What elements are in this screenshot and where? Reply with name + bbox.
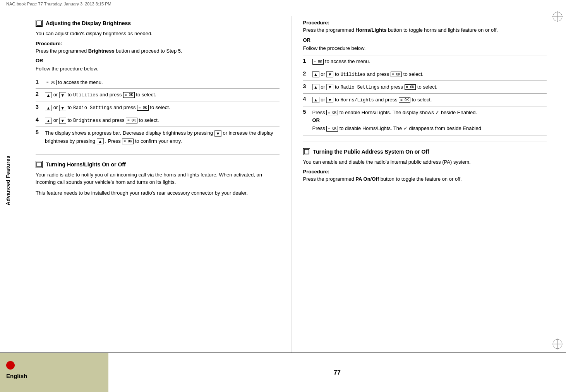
right-follow: Follow the procedure below.: [303, 45, 547, 52]
step5-text1: The display shows a progress bar. Decrea…: [45, 130, 214, 136]
step3-up-btn: ▲: [45, 105, 52, 111]
step-row-2: 2 ▲ or ▼ to Utilities and press ≡ OK to …: [36, 89, 280, 101]
right-step5-text1: Press: [312, 110, 327, 115]
right-step-row-5: 5 Press ≡ OK to enable Horns/Lights. The…: [303, 106, 547, 135]
right-step2-ok-btn: ≡ OK: [391, 72, 402, 77]
columns: Adjusting the Display Brightness You can…: [16, 8, 566, 353]
section1-follow: Follow the procedure below.: [36, 65, 280, 73]
step2-num: 2: [36, 89, 43, 101]
step3-press: and press: [113, 104, 137, 110]
right-step3-down-btn: ▼: [326, 84, 333, 90]
svg-rect-13: [304, 149, 309, 154]
right-step2-press: and press: [367, 71, 391, 77]
right-step-row-1: 1 ≡ OK to access the menu.: [303, 55, 547, 68]
step5-text3: . Press: [105, 138, 122, 144]
right-step4-up-btn: ▲: [312, 97, 319, 103]
section1-procedure-text: Press the programmed Brightness button a…: [36, 47, 280, 55]
right-step4-press: and press: [375, 97, 399, 103]
left-column: Adjusting the Display Brightness You can…: [16, 16, 292, 353]
step2-ok-btn: ≡ OK: [123, 92, 135, 98]
right-step2-mono: Utilities: [340, 72, 365, 77]
right-step4-num: 4: [303, 93, 311, 106]
right-step2-to: to: [335, 71, 340, 77]
right-column: Procedure: Press the programmed Horns/Li…: [292, 16, 566, 353]
right-step4-down-btn: ▼: [326, 97, 333, 103]
section1-intro: You can adjust radio's display brightnes…: [36, 30, 280, 38]
section1-steps-table: 1 ≡ OK to access the menu. 2 ▲ or: [36, 76, 280, 148]
step4-select: to select.: [139, 117, 159, 123]
step3-select: to select.: [150, 104, 170, 110]
right-section2-heading: Turning the Public Address System On or …: [303, 148, 547, 155]
right-step5-or: OR: [312, 117, 320, 123]
step1-ok-btn: ≡ OK: [45, 80, 57, 86]
section2-icon: [36, 161, 43, 168]
right-step3-num: 3: [303, 80, 311, 93]
right-step2-content: ▲ or ▼ to Utilities and press ≡ OK to se…: [311, 68, 547, 80]
step2-mono: Utilities: [73, 92, 98, 98]
step5-down-btn: ▼: [214, 130, 221, 137]
right-step3-content: ▲ or ▼ to Radio Settings and press ≡ OK …: [311, 80, 547, 93]
right-step3-ok-btn: ≡ OK: [405, 84, 416, 90]
right-step4-select: to select.: [412, 97, 432, 103]
step-row-3: 3 ▲ or ▼ to Radio Settings and press ≡ O…: [36, 101, 280, 114]
english-label: English: [6, 373, 27, 379]
step2-to: to: [67, 92, 73, 98]
step4-ok-btn: ≡ OK: [126, 118, 137, 123]
right-step5-ok1-btn: ≡ OK: [326, 110, 338, 116]
section-divider-left: [36, 154, 280, 155]
section2-intro2: This feature needs to be installed throu…: [36, 189, 280, 197]
main-area: Advanced Features Adjusting the Display …: [0, 8, 566, 353]
step1-content: ≡ OK to access the menu.: [43, 76, 280, 89]
sidebar-label: Advanced Features: [5, 156, 11, 205]
top-bar: NAG.book Page 77 Thursday, January 3, 20…: [0, 0, 566, 8]
step5-content: The display shows a progress bar. Decrea…: [43, 127, 280, 148]
step5-ok-btn: ≡ OK: [122, 139, 134, 144]
step5-text4: to confirm your entry.: [135, 138, 182, 144]
bottom-bar: English 77: [0, 353, 566, 392]
right-step3-up-btn: ▲: [312, 84, 319, 90]
right-step1-ok-btn: ≡ OK: [312, 59, 324, 65]
right-step3-or: or: [321, 84, 326, 90]
right-step4-mono: Horns/Lights: [340, 98, 374, 103]
step2-content: ▲ or ▼ to Utilities and press ≡ OK to se…: [43, 89, 280, 101]
right-step3-select: to select.: [417, 84, 437, 90]
step2-or: or: [53, 92, 59, 98]
right-procedure-label: Procedure:: [303, 20, 547, 26]
step-row-1: 1 ≡ OK to access the menu.: [36, 76, 280, 89]
right-section2-intro: You can enable and disable the radio's i…: [303, 158, 547, 166]
step4-press: and press: [103, 117, 126, 123]
step3-down-btn: ▼: [59, 105, 66, 111]
right-step2-down-btn: ▼: [326, 71, 333, 77]
step4-to: to: [67, 117, 73, 123]
english-label-container: English: [6, 361, 27, 379]
step1-num: 1: [36, 76, 43, 89]
right-step-row-4: 4 ▲ or ▼ to Horns/Lights and press ≡ OK …: [303, 93, 547, 106]
right-or1: OR: [303, 37, 547, 43]
section1-or1: OR: [36, 58, 280, 63]
section-divider-right: [303, 142, 547, 142]
svg-rect-12: [37, 162, 41, 167]
sidebar: Advanced Features: [0, 8, 16, 353]
step4-content: ▲ or ▼ to Brightness and press ≡ OK to s…: [43, 114, 280, 127]
step3-ok-btn: ≡ OK: [137, 105, 149, 111]
step3-content: ▲ or ▼ to Radio Settings and press ≡ OK …: [43, 101, 280, 114]
right-step1-num: 1: [303, 55, 311, 68]
right-step4-to: to: [335, 97, 340, 103]
right-step-row-3: 3 ▲ or ▼ to Radio Settings and press ≡ O…: [303, 80, 547, 93]
step4-down-btn: ▼: [59, 118, 66, 124]
step3-to: to: [67, 104, 73, 110]
right-section2-procedure-text: Press the programmed PA On/Off button to…: [303, 175, 547, 183]
right-steps-table: 1 ≡ OK to access the menu. 2 ▲ or: [303, 55, 547, 135]
step3-mono: Radio Settings: [73, 105, 112, 111]
step-row-4: 4 ▲ or ▼ to Brightness and press ≡ OK to…: [36, 114, 280, 127]
right-section2-procedure-label: Procedure:: [303, 169, 547, 175]
right-step3-mono: Radio Settings: [340, 85, 379, 90]
step4-up-btn: ▲: [45, 118, 52, 124]
right-step4-content: ▲ or ▼ to Horns/Lights and press ≡ OK to…: [311, 93, 547, 106]
section2-heading: Turning Horns/Lights On or Off: [36, 161, 280, 168]
right-step4-ok-btn: ≡ OK: [399, 97, 410, 103]
right-step5-num: 5: [303, 106, 311, 135]
right-step2-up-btn: ▲: [312, 71, 319, 77]
section1-heading: Adjusting the Display Brightness: [36, 20, 280, 27]
right-step3-to: to: [335, 84, 340, 90]
